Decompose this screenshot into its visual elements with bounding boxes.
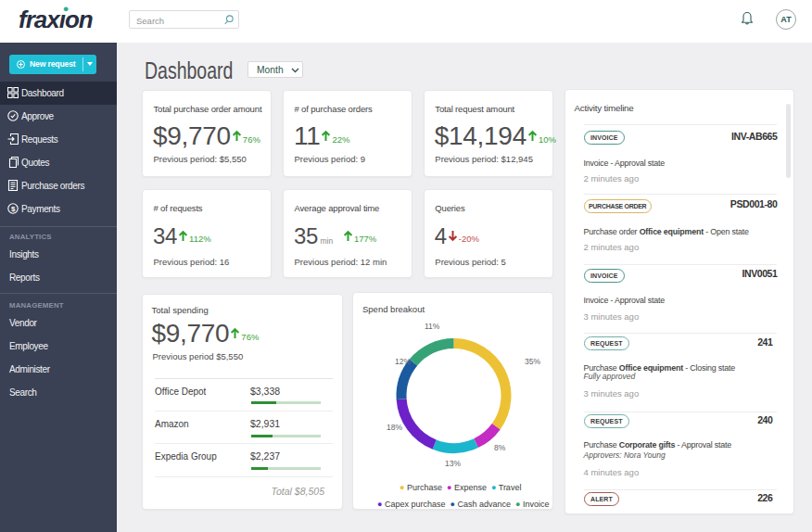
- svg-text:$: $: [11, 205, 16, 213]
